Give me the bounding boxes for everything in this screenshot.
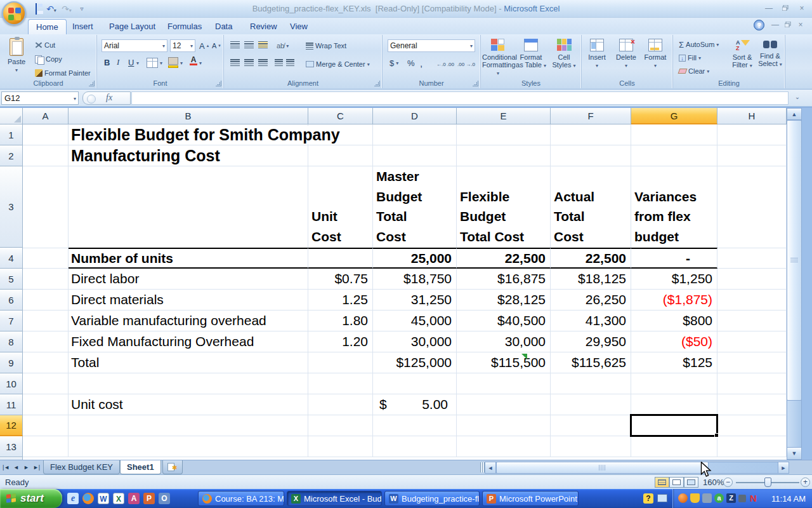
cell-g11[interactable] (631, 394, 717, 415)
cell-e11[interactable] (457, 394, 551, 415)
cell-g1[interactable] (631, 124, 717, 145)
column-header-d[interactable]: D (373, 108, 457, 124)
undo-icon[interactable]: ↶▾ (46, 3, 57, 15)
align-middle-icon[interactable] (244, 41, 254, 48)
cell-c9[interactable] (308, 352, 373, 373)
cell-h11[interactable] (717, 394, 787, 415)
cell-g7[interactable]: $800 (631, 311, 717, 331)
cell-h6[interactable] (717, 290, 787, 311)
customize-qat-icon[interactable]: ▿ (76, 3, 88, 15)
format-as-table-button[interactable]: Formatas Table ▾ (515, 39, 547, 70)
insert-cells-button[interactable]: Insert▾ (583, 39, 611, 70)
cell-c3[interactable]: Unit Cost (308, 166, 373, 248)
cell-f8[interactable]: 29,950 (551, 331, 631, 352)
format-painter-button[interactable]: Format Painter (33, 67, 93, 79)
cell-a6[interactable] (23, 290, 69, 311)
tab-data[interactable]: Data (207, 19, 240, 34)
column-header-c[interactable]: C (308, 108, 373, 124)
scroll-right-icon[interactable]: ► (778, 462, 789, 474)
cell-d11[interactable]: $5.00 (373, 394, 457, 415)
cell-d7[interactable]: 45,000 (373, 311, 457, 331)
cell-e6[interactable]: $28,125 (457, 290, 551, 311)
tab-formulas[interactable]: Formulas (160, 19, 209, 34)
row-header-12-selected[interactable]: 12 (0, 415, 23, 436)
tab-page-layout[interactable]: Page Layout (102, 19, 163, 34)
vertical-scroll-thumb[interactable] (787, 120, 802, 401)
row-header-5[interactable]: 5 (0, 269, 23, 290)
redo-icon[interactable]: ↷▾ (61, 3, 72, 15)
cell-f3[interactable]: Actual Total Cost (551, 166, 631, 248)
tab-insert[interactable]: Insert (65, 19, 101, 34)
tray-icon-green-a[interactable]: a (714, 493, 724, 503)
zoom-out-icon[interactable]: − (723, 478, 733, 487)
align-right-icon[interactable] (258, 59, 268, 66)
view-normal-button[interactable] (655, 477, 669, 488)
tab-scrollbar-splitter[interactable] (480, 462, 485, 472)
cell-f2[interactable] (551, 145, 631, 166)
cell-d13[interactable] (373, 436, 457, 457)
copy-button[interactable]: Copy (33, 53, 64, 65)
wrap-text-button[interactable]: Wrap Text (304, 39, 348, 52)
scroll-left-icon[interactable]: ◄ (485, 462, 496, 474)
formula-bar-expand-icon[interactable]: ⌄ (792, 93, 803, 104)
tab-review[interactable]: Review (242, 19, 285, 34)
underline-dropdown-icon[interactable]: ▾ (136, 60, 139, 66)
font-color-dropdown-icon[interactable]: ▾ (199, 60, 202, 66)
cut-button[interactable]: Cut (33, 39, 57, 51)
quicklaunch-word-icon[interactable]: W (98, 493, 109, 504)
save-icon[interactable] (30, 3, 42, 15)
quicklaunch-powerpoint-icon[interactable]: P (143, 493, 155, 504)
cell-c2[interactable] (308, 145, 373, 166)
fill-color-dropdown-icon[interactable]: ▾ (180, 60, 183, 66)
cell-b11[interactable]: Unit cost (69, 394, 308, 415)
cell-styles-button[interactable]: CellStyles ▾ (548, 39, 580, 70)
tray-icon-z[interactable]: Z (726, 493, 736, 503)
tray-icon-keys[interactable] (702, 493, 712, 503)
row-header-1[interactable]: 1 (0, 124, 23, 145)
view-page-break-button[interactable] (684, 477, 698, 488)
font-dialog-launcher-icon[interactable] (216, 81, 221, 86)
cell-g2[interactable] (631, 145, 717, 166)
name-box-dropdown-icon[interactable]: ▾ (74, 96, 76, 102)
cell-b6[interactable]: Direct materials (69, 290, 308, 311)
name-box[interactable]: G12▾ (1, 91, 79, 105)
app-close-button[interactable]: × (796, 4, 808, 14)
cell-b12[interactable] (69, 415, 308, 436)
cell-c10[interactable] (308, 373, 373, 394)
cell-b13[interactable] (69, 436, 308, 457)
cell-f9[interactable]: $115,625 (551, 352, 631, 373)
quicklaunch-firefox-icon[interactable] (82, 493, 94, 504)
align-top-icon[interactable] (230, 41, 240, 48)
cell-b1[interactable]: Flexible Budget for Smith Company (69, 124, 308, 145)
sheet-tab-sheet1-active[interactable]: Sheet1 (120, 460, 161, 474)
taskbar-button-word-doc[interactable]: W Budgeting_practice-fl... (384, 491, 480, 506)
row-header-8[interactable]: 8 (0, 331, 23, 352)
cell-d9[interactable]: $125,000 (373, 352, 457, 373)
workbook-minimize-button[interactable]: — (769, 20, 782, 30)
accounting-format-button[interactable]: $▾ (388, 57, 400, 69)
cell-a12[interactable] (23, 415, 69, 436)
sort-filter-button[interactable]: A Z Sort &Filter ▾ (729, 39, 756, 70)
clear-button[interactable]: Clear▾ (677, 65, 711, 77)
cell-h5[interactable] (717, 269, 787, 290)
row-header-2[interactable]: 2 (0, 145, 23, 166)
font-name-combo[interactable]: Arial▾ (102, 39, 167, 52)
cell-h2[interactable] (717, 145, 787, 166)
cell-a4[interactable] (23, 248, 69, 269)
cell-g4[interactable]: - (631, 248, 717, 269)
row-header-3[interactable]: 3 (0, 166, 23, 248)
cell-d4[interactable]: 25,000 (373, 248, 457, 269)
cell-c13[interactable] (308, 436, 373, 457)
zoom-slider-handle[interactable] (764, 478, 771, 487)
cell-a1[interactable] (23, 124, 69, 145)
quicklaunch-access-icon[interactable]: A (128, 493, 140, 504)
cell-a10[interactable] (23, 373, 69, 394)
underline-button[interactable]: U (126, 56, 136, 69)
cell-c12[interactable] (308, 415, 373, 436)
cell-g5[interactable]: $1,250 (631, 269, 717, 290)
cell-h12[interactable] (717, 415, 787, 436)
cell-f13[interactable] (551, 436, 631, 457)
first-sheet-icon[interactable]: |◄ (1, 462, 11, 472)
cell-e8[interactable]: 30,000 (457, 331, 551, 352)
cell-f11[interactable] (551, 394, 631, 415)
